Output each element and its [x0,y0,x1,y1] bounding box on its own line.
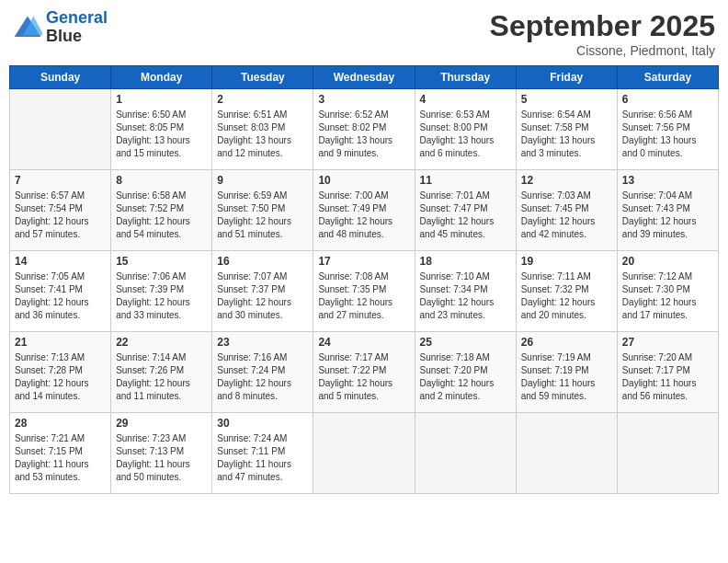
calendar-day-cell: 25Sunrise: 7:18 AM Sunset: 7:20 PM Dayli… [415,332,516,413]
calendar-day-cell: 11Sunrise: 7:01 AM Sunset: 7:47 PM Dayli… [415,170,516,251]
day-info: Sunrise: 6:53 AM Sunset: 8:00 PM Dayligh… [420,109,511,160]
day-number: 13 [622,174,713,187]
calendar-day-cell: 4Sunrise: 6:53 AM Sunset: 8:00 PM Daylig… [415,89,516,170]
day-number: 28 [15,417,106,430]
day-info: Sunrise: 7:12 AM Sunset: 7:30 PM Dayligh… [622,270,713,322]
logo-text: General Blue [46,9,108,46]
calendar-day-cell: 29Sunrise: 7:23 AM Sunset: 7:13 PM Dayli… [111,413,212,494]
day-info: Sunrise: 7:14 AM Sunset: 7:26 PM Dayligh… [116,351,207,403]
calendar-day-cell: 24Sunrise: 7:17 AM Sunset: 7:22 PM Dayli… [313,332,415,413]
day-number: 21 [15,336,106,349]
day-info: Sunrise: 6:56 AM Sunset: 7:56 PM Dayligh… [622,109,713,160]
calendar-day-cell: 21Sunrise: 7:13 AM Sunset: 7:28 PM Dayli… [10,332,111,413]
calendar-day-cell: 30Sunrise: 7:24 AM Sunset: 7:11 PM Dayli… [212,413,313,494]
calendar-day-cell: 14Sunrise: 7:05 AM Sunset: 7:41 PM Dayli… [10,251,111,332]
day-info: Sunrise: 7:10 AM Sunset: 7:34 PM Dayligh… [420,270,511,322]
day-info: Sunrise: 7:19 AM Sunset: 7:19 PM Dayligh… [521,351,612,403]
calendar-day-cell: 2Sunrise: 6:51 AM Sunset: 8:03 PM Daylig… [212,89,313,170]
day-info: Sunrise: 7:16 AM Sunset: 7:24 PM Dayligh… [217,351,308,403]
calendar-day-cell: 18Sunrise: 7:10 AM Sunset: 7:34 PM Dayli… [415,251,516,332]
logo-icon [13,15,42,40]
day-info: Sunrise: 7:11 AM Sunset: 7:32 PM Dayligh… [521,270,612,322]
day-number: 10 [318,174,409,187]
calendar-day-cell: 9Sunrise: 6:59 AM Sunset: 7:50 PM Daylig… [212,170,313,251]
calendar-week-row: 28Sunrise: 7:21 AM Sunset: 7:15 PM Dayli… [10,413,719,494]
page-header: General Blue September 2025 Cissone, Pie… [9,9,719,58]
day-header: Tuesday [212,66,313,89]
calendar-week-row: 21Sunrise: 7:13 AM Sunset: 7:28 PM Dayli… [10,332,719,413]
calendar-week-row: 7Sunrise: 6:57 AM Sunset: 7:54 PM Daylig… [10,170,719,251]
day-info: Sunrise: 6:57 AM Sunset: 7:54 PM Dayligh… [15,190,106,241]
day-number: 23 [217,336,308,349]
day-header: Wednesday [313,66,415,89]
header-row: SundayMondayTuesdayWednesdayThursdayFrid… [10,66,719,89]
calendar-day-cell: 27Sunrise: 7:20 AM Sunset: 7:17 PM Dayli… [617,332,718,413]
day-info: Sunrise: 6:58 AM Sunset: 7:52 PM Dayligh… [116,190,207,241]
calendar-day-cell [617,413,718,494]
day-number: 29 [116,417,207,430]
calendar-day-cell: 16Sunrise: 7:07 AM Sunset: 7:37 PM Dayli… [212,251,313,332]
day-header: Friday [516,66,617,89]
day-info: Sunrise: 7:01 AM Sunset: 7:47 PM Dayligh… [420,190,511,241]
calendar-day-cell: 12Sunrise: 7:03 AM Sunset: 7:45 PM Dayli… [516,170,617,251]
day-info: Sunrise: 6:59 AM Sunset: 7:50 PM Dayligh… [217,190,308,241]
calendar-day-cell: 20Sunrise: 7:12 AM Sunset: 7:30 PM Dayli… [617,251,718,332]
day-number: 9 [217,174,308,187]
calendar-week-row: 1Sunrise: 6:50 AM Sunset: 8:05 PM Daylig… [10,89,719,170]
calendar-day-cell: 19Sunrise: 7:11 AM Sunset: 7:32 PM Dayli… [516,251,617,332]
calendar-day-cell: 10Sunrise: 7:00 AM Sunset: 7:49 PM Dayli… [313,170,415,251]
day-info: Sunrise: 7:06 AM Sunset: 7:39 PM Dayligh… [116,270,207,322]
day-number: 11 [420,174,511,187]
day-number: 6 [622,93,713,106]
day-header: Sunday [10,66,111,89]
calendar-day-cell: 26Sunrise: 7:19 AM Sunset: 7:19 PM Dayli… [516,332,617,413]
calendar-day-cell: 1Sunrise: 6:50 AM Sunset: 8:05 PM Daylig… [111,89,212,170]
day-number: 12 [521,174,612,187]
day-number: 19 [521,255,612,268]
calendar-day-cell: 7Sunrise: 6:57 AM Sunset: 7:54 PM Daylig… [10,170,111,251]
calendar-day-cell: 8Sunrise: 6:58 AM Sunset: 7:52 PM Daylig… [111,170,212,251]
day-header: Saturday [617,66,718,89]
calendar-day-cell: 13Sunrise: 7:04 AM Sunset: 7:43 PM Dayli… [617,170,718,251]
calendar-day-cell: 6Sunrise: 6:56 AM Sunset: 7:56 PM Daylig… [617,89,718,170]
day-number: 18 [420,255,511,268]
day-number: 25 [420,336,511,349]
day-number: 16 [217,255,308,268]
calendar-day-cell [10,89,111,170]
day-number: 27 [622,336,713,349]
day-number: 5 [521,93,612,106]
calendar-table: SundayMondayTuesdayWednesdayThursdayFrid… [9,65,719,494]
day-info: Sunrise: 6:52 AM Sunset: 8:02 PM Dayligh… [318,109,409,160]
title-block: September 2025 Cissone, Piedmont, Italy [490,9,715,58]
calendar-day-cell: 5Sunrise: 6:54 AM Sunset: 7:58 PM Daylig… [516,89,617,170]
day-info: Sunrise: 6:54 AM Sunset: 7:58 PM Dayligh… [521,109,612,160]
day-info: Sunrise: 7:21 AM Sunset: 7:15 PM Dayligh… [15,432,106,484]
day-number: 2 [217,93,308,106]
day-info: Sunrise: 7:24 AM Sunset: 7:11 PM Dayligh… [217,432,308,484]
day-header: Monday [111,66,212,89]
day-info: Sunrise: 7:04 AM Sunset: 7:43 PM Dayligh… [622,190,713,241]
day-info: Sunrise: 7:17 AM Sunset: 7:22 PM Dayligh… [318,351,409,403]
day-info: Sunrise: 7:18 AM Sunset: 7:20 PM Dayligh… [420,351,511,403]
calendar-day-cell: 23Sunrise: 7:16 AM Sunset: 7:24 PM Dayli… [212,332,313,413]
calendar-day-cell: 28Sunrise: 7:21 AM Sunset: 7:15 PM Dayli… [10,413,111,494]
day-info: Sunrise: 7:03 AM Sunset: 7:45 PM Dayligh… [521,190,612,241]
day-info: Sunrise: 7:07 AM Sunset: 7:37 PM Dayligh… [217,270,308,322]
location-subtitle: Cissone, Piedmont, Italy [490,43,715,58]
day-info: Sunrise: 6:51 AM Sunset: 8:03 PM Dayligh… [217,109,308,160]
day-info: Sunrise: 7:20 AM Sunset: 7:17 PM Dayligh… [622,351,713,403]
logo: General Blue [13,9,108,46]
day-info: Sunrise: 7:00 AM Sunset: 7:49 PM Dayligh… [318,190,409,241]
calendar-day-cell: 22Sunrise: 7:14 AM Sunset: 7:26 PM Dayli… [111,332,212,413]
logo-line2: Blue [46,28,108,46]
day-number: 4 [420,93,511,106]
day-info: Sunrise: 7:08 AM Sunset: 7:35 PM Dayligh… [318,270,409,322]
day-number: 14 [15,255,106,268]
day-number: 20 [622,255,713,268]
day-header: Thursday [415,66,516,89]
calendar-day-cell: 17Sunrise: 7:08 AM Sunset: 7:35 PM Dayli… [313,251,415,332]
day-number: 8 [116,174,207,187]
day-number: 26 [521,336,612,349]
day-number: 15 [116,255,207,268]
day-number: 7 [15,174,106,187]
